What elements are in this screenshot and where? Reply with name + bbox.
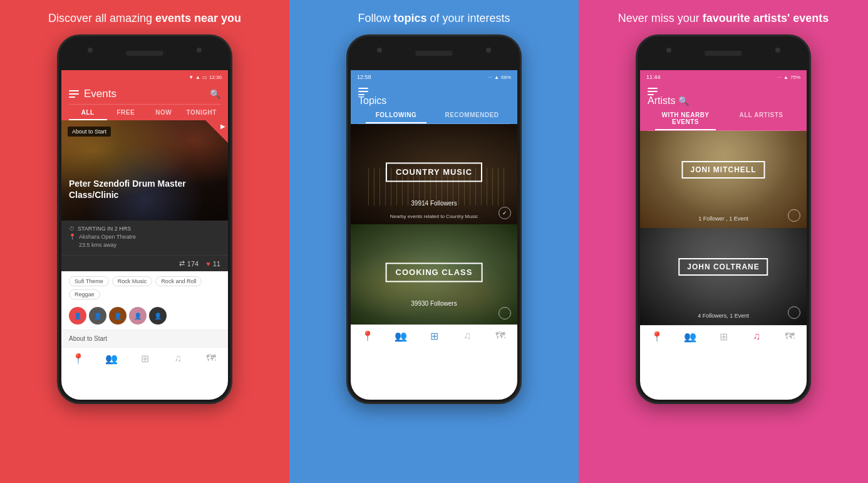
likes-stat: ♥ 11 [206,260,220,267]
tab-nearby-events[interactable]: WITH NEARBY EVENTS [648,106,723,130]
dots-icon-2: ··· [488,75,492,80]
clock-icon: ⏱ [69,226,75,232]
app3-title: Artists [648,95,675,106]
tag-rocknroll[interactable]: Rock and Roll [155,276,202,286]
bookmark-icon: ▶ [220,123,225,130]
tags-row: Sufi Theme Rock Music Rock and Roll Regg… [61,271,228,304]
about-to-start-bottom: About to Start [61,330,228,347]
cooking-class-label: COOKING CLASS [386,263,483,283]
time-1: 12:30 [209,75,222,80]
shares-stat: ⇄ 174 [179,259,199,267]
panel-events: Discover all amazing events near you ▼ ▲… [0,0,289,483]
coltrane-overlay [640,228,807,325]
mic-3 [775,48,780,53]
speaker-2 [415,51,453,56]
nav-music-2[interactable]: ♫ [451,330,484,342]
nav-people-3[interactable]: 👥 [673,331,706,343]
artist-card-joni[interactable]: JONI MITCHELL 1 Follower , 1 Event [640,131,807,228]
hamburger-icon-1[interactable] [69,90,79,98]
camera-3 [666,48,671,53]
nav-music-3[interactable]: ♫ [740,331,773,343]
joni-overlay [640,131,807,228]
distance-text: 23.5 kms away [79,242,116,248]
nav-grid-3[interactable]: ⊞ [706,331,740,343]
cooking-followers: 39930 Followers [351,300,517,307]
bottom-nav-1: 📍 👥 ⊞ ♫ 🗺 [61,347,228,370]
nav-grid-2[interactable]: ⊞ [417,330,450,342]
hamburger-icon-2[interactable] [358,88,510,95]
speaker-1 [126,51,163,56]
bottom-nav-2: 📍 👥 ⊞ ♫ 🗺 [351,325,517,347]
wifi-icon-3: ▲ [783,75,788,80]
shares-count: 174 [187,260,199,267]
tag-rock[interactable]: Rock Music [112,276,153,286]
avatar-2: 👤 [89,307,106,325]
status-bar-3: 11:44 ··· ▲ 75% [640,70,807,84]
likes-count: 11 [213,260,220,267]
tab-following[interactable]: FOLLOWING [358,106,434,123]
venue-name: Akshara Open Theatre [79,234,136,240]
status-bar-1: ▼ ▲ ▭ 12:30 [61,70,228,84]
battery-icon-1: ▭ [202,75,207,80]
app1-title: Events [84,88,210,100]
camera-1 [88,48,93,53]
nav-map-2[interactable]: 🗺 [484,330,517,342]
mic-2 [486,48,491,53]
nav-people-1[interactable]: 👥 [95,353,128,365]
nav-map-1[interactable]: 🗺 [195,353,228,365]
event-stats: ⇄ 174 ♥ 11 [61,255,228,271]
event-image-1: About to Start ▶ Peter Szendofi Drum Mas… [61,120,228,221]
nav-location-3[interactable]: 📍 [640,331,673,343]
country-music-label: COUNTRY MUSIC [386,163,482,182]
tab-now[interactable]: NOW [145,105,183,120]
artists-tabs: WITH NEARBY EVENTS ALL ARTISTS [648,106,799,131]
app2-header: Topics FOLLOWING RECOMMENDED [351,84,517,124]
avatar-1: 👤 [69,307,86,325]
hamburger-icon-3[interactable] [648,88,799,95]
tab-tonight[interactable]: TONIGHT [183,105,221,120]
camera-2 [377,48,382,53]
topic-card-cooking[interactable]: COOKING CLASS 39930 Followers [351,224,517,325]
wifi-icon-1: ▲ [195,75,200,80]
tag-reggae[interactable]: Reggae [69,289,100,299]
avatars-row: 👤 👤 👤 👤 👤 [61,304,228,330]
nav-people-2[interactable]: 👥 [384,330,417,342]
time-3: 11:44 [646,74,661,80]
event-meta: ⏱ STARTING IN 2 HRS 📍 Akshara Open Theat… [61,221,228,255]
tab-all[interactable]: ALL [69,105,107,120]
topics-tabs: FOLLOWING RECOMMENDED [358,106,510,124]
tab-free[interactable]: FREE [107,105,145,120]
location-icon: 📍 [69,234,76,240]
event-card-1[interactable]: About to Start ▶ Peter Szendofi Drum Mas… [61,120,228,271]
event-title: Peter Szendofi Drum Master Class/Clinic [69,178,220,200]
coltrane-sub: 4 Followers, 1 Event [640,313,807,319]
tab-all-artists[interactable]: ALL ARTISTS [723,106,799,130]
joni-sub: 1 Follower , 1 Event [640,216,807,222]
country-nearby: Nearby events related to Country Music [351,214,517,219]
battery-icon-2: 68% [501,75,511,80]
tag-sufi[interactable]: Sufi Theme [69,276,109,286]
panel1-headline: Discover all amazing events near you [36,11,254,26]
avatar-3: 👤 [109,307,127,325]
nav-grid-1[interactable]: ⊞ [128,353,161,365]
bottom-nav-3: 📍 👥 ⊞ ♫ 🗺 [640,325,807,348]
app1-tabs: ALL FREE NOW TONIGHT [69,104,220,120]
avatar-4: 👤 [129,307,147,325]
about-to-start-badge: About to Start [68,127,111,137]
topic-card-country[interactable]: COUNTRY MUSIC 39914 Followers Nearby eve… [351,124,517,224]
phone-2: 12:58 ··· ▲ 68% Topics FOLLOWING RECOMM [346,34,522,404]
nav-location-1[interactable]: 📍 [61,353,95,365]
share-icon: ⇄ [179,259,185,267]
nav-map-3[interactable]: 🗺 [773,331,807,343]
app1-header: Events 🔍 ALL FREE NOW TONIGHT [61,84,228,120]
tab-recommended[interactable]: RECOMMENDED [434,106,510,123]
nav-location-2[interactable]: 📍 [351,330,384,342]
panel2-headline: Follow topics of your interests [345,11,522,26]
search-icon-1[interactable]: 🔍 [210,89,220,99]
wifi-icon-2: ▲ [494,75,499,80]
joni-mitchell-label: JONI MITCHELL [682,161,765,179]
search-icon-3[interactable]: 🔍 [678,96,689,106]
panel3-headline: Never miss your favourite artists' event… [606,11,841,26]
nav-music-1[interactable]: ♫ [162,353,195,365]
artist-card-coltrane[interactable]: JOHN COLTRANE 4 Followers, 1 Event [640,228,807,325]
